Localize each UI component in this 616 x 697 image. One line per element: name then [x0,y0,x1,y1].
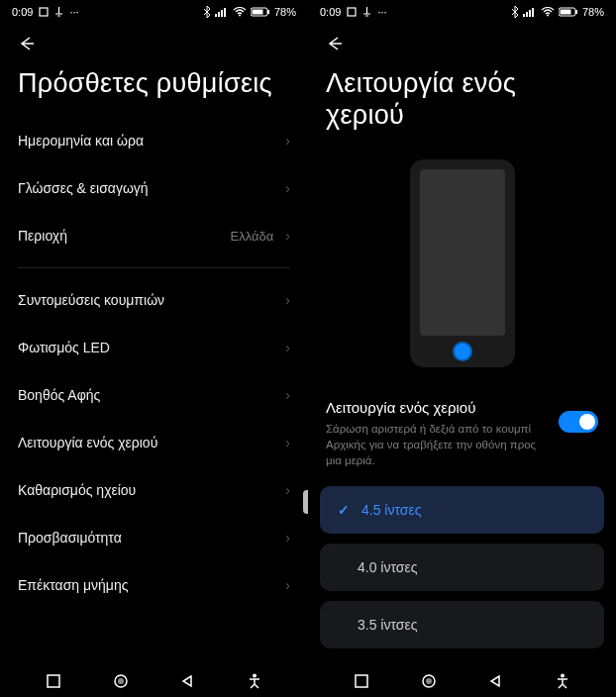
battery-icon [559,7,578,17]
one-hand-toggle-row: Λειτουργία ενός χεριού Σάρωση αριστερά ή… [308,391,616,486]
page-title: Πρόσθετες ρυθμίσεις [0,57,308,117]
svg-rect-7 [267,10,269,14]
status-time: 0:09 [320,6,341,18]
chevron-right-icon: › [285,530,290,546]
more-icon: ··· [377,6,386,18]
signal-icon [523,7,537,17]
svg-point-24 [426,678,432,684]
option-3-5-inch[interactable]: 3.5 ίντσες [320,601,604,648]
notification-icon [362,7,371,17]
wifi-icon [541,7,555,17]
row-accessibility[interactable]: Προσβασιμότητα › [0,514,308,561]
row-touch-assistant[interactable]: Βοηθός Αφής › [0,371,308,419]
svg-point-25 [561,674,565,678]
svg-point-5 [239,15,241,17]
chevron-right-icon: › [285,180,290,196]
one-hand-toggle[interactable] [559,411,598,433]
chevron-right-icon: › [285,133,290,149]
battery-icon [251,7,270,17]
svg-rect-17 [532,8,534,17]
svg-rect-3 [221,10,223,17]
chevron-right-icon: › [285,228,290,244]
nav-back[interactable] [484,670,506,692]
option-4-0-inch[interactable]: 4.0 ίντσες [320,544,604,591]
svg-rect-15 [526,12,528,17]
row-one-hand[interactable]: Λειτουργία ενός χεριού › [0,419,308,466]
row-button-shortcuts[interactable]: Συντομεύσεις κουμπιών › [0,276,308,324]
nav-recent[interactable] [43,670,64,692]
screen-additional-settings: 0:09 ··· 78% Πρόσθετες ρυθμίσεις Ημερομη… [0,0,308,697]
bluetooth-icon [203,6,211,18]
sim-icon [39,7,49,17]
more-icon: ··· [69,6,78,18]
page-title: Λειτουργία ενός χεριού [308,57,616,149]
toggle-title: Λειτουργία ενός χεριού [326,399,547,416]
svg-rect-22 [356,675,367,687]
battery-percent: 78% [274,6,296,18]
svg-rect-8 [252,10,262,15]
phone-illustration [308,159,616,367]
option-4-5-inch[interactable]: ✓ 4.5 ίντσες [320,486,604,534]
toggle-description: Σάρωση αριστερά ή δεξιά από το κουμπί Αρ… [326,421,547,468]
phone-screen-graphic [420,169,505,336]
chevron-right-icon: › [285,482,290,498]
nav-back[interactable] [176,670,198,692]
row-speaker-clean[interactable]: Καθαρισμός ηχείου › [0,466,308,514]
svg-rect-13 [348,8,356,16]
divider [18,267,290,268]
svg-rect-1 [215,14,217,17]
chevron-right-icon: › [285,387,290,403]
svg-point-18 [547,15,549,17]
arrow-left-icon [16,34,36,53]
nav-bar [0,665,308,697]
bluetooth-icon [511,6,519,18]
svg-rect-16 [529,10,531,17]
status-time: 0:09 [12,6,33,18]
wifi-icon [233,7,247,17]
status-bar: 0:09 ··· 78% [0,0,308,24]
chevron-right-icon: › [285,340,290,355]
back-button[interactable] [322,32,346,55]
row-datetime[interactable]: Ημερομηνία και ώρα › [0,117,308,164]
svg-rect-0 [40,8,48,16]
row-memory-extension[interactable]: Επέκταση μνήμης › [0,561,308,609]
chevron-right-icon: › [285,577,290,593]
svg-rect-2 [218,12,220,17]
svg-rect-14 [523,14,525,17]
svg-point-12 [253,674,257,678]
row-languages[interactable]: Γλώσσες & εισαγωγή › [0,164,308,212]
nav-recent[interactable] [351,670,372,692]
sim-icon [347,7,357,17]
svg-rect-9 [48,675,59,687]
screen-one-hand-mode: 0:09 ··· 78% Λειτουργία ενός χεριού Λειτ… [308,0,616,697]
row-led[interactable]: Φωτισμός LED › [0,324,308,371]
settings-list: Ημερομηνία και ώρα › Γλώσσες & εισαγωγή … [0,117,308,665]
chevron-right-icon: › [285,435,290,450]
nav-bar [308,665,616,697]
svg-rect-20 [575,10,577,14]
svg-rect-21 [560,10,570,15]
home-button-graphic [453,342,472,361]
notification-icon [54,7,63,17]
nav-home[interactable] [110,670,132,692]
svg-rect-4 [224,8,226,17]
chevron-right-icon: › [285,292,290,308]
signal-icon [215,7,229,17]
nav-accessibility[interactable] [244,670,265,692]
nav-home[interactable] [418,670,440,692]
check-icon: ✓ [338,502,350,518]
row-region[interactable]: Περιοχή Ελλάδα › [0,212,308,259]
battery-percent: 78% [582,6,604,18]
svg-point-11 [118,678,124,684]
nav-accessibility[interactable] [552,670,573,692]
arrow-left-icon [324,34,344,53]
status-bar: 0:09 ··· 78% [308,0,616,24]
back-button[interactable] [14,32,38,55]
